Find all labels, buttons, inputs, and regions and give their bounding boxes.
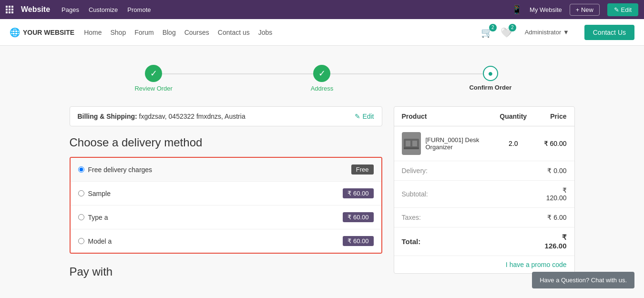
product-name: [FURN_0001] Desk Organizer <box>426 136 485 151</box>
delivery-label-0[interactable]: Free delivery charges <box>78 166 153 174</box>
delivery-heading: Choose a delivery method <box>70 136 382 149</box>
delivery-price-3: ₹ 60.00 <box>343 236 373 246</box>
admin-bar: Website Pages Customize Promote 📱 My Web… <box>0 0 644 19</box>
delivery-row-label: Delivery: <box>394 161 535 181</box>
svg-rect-2 <box>412 141 417 146</box>
step-address-label: Address <box>311 85 334 92</box>
admin-dropdown[interactable]: Administrator ▼ <box>525 29 569 36</box>
step-review: ✓ Review Order <box>70 65 238 92</box>
billing-edit-link[interactable]: ✎ Edit <box>355 113 374 120</box>
product-price: ₹ 60.00 <box>534 126 574 161</box>
step-address-circle: ✓ <box>313 65 330 82</box>
step-confirm-circle: ● <box>483 66 498 81</box>
delivery-price-2: ₹ 60.00 <box>343 212 373 222</box>
taxes-label: Taxes: <box>394 208 535 227</box>
my-website-dropdown[interactable]: My Website <box>530 6 562 13</box>
total-row: Total: ₹ 126.00 <box>394 227 574 256</box>
contact-us-button[interactable]: Contact Us <box>584 25 634 40</box>
nav-jobs[interactable]: Jobs <box>258 29 273 36</box>
delivery-row-value: ₹ 0.00 <box>534 161 574 181</box>
delivery-price-1: ₹ 60.00 <box>343 188 373 198</box>
product-quantity: 2.0 <box>492 126 534 161</box>
order-table: Product Quantity Price <box>394 107 574 256</box>
admin-nav-pages[interactable]: Pages <box>61 6 79 13</box>
svg-rect-1 <box>406 141 410 146</box>
total-label: Total: <box>394 227 535 256</box>
delivery-row: Delivery: ₹ 0.00 <box>394 161 574 181</box>
delivery-name-3: Model a <box>88 237 112 245</box>
order-summary: Product Quantity Price <box>394 106 575 274</box>
step-review-circle: ✓ <box>145 65 162 82</box>
checkout-layout: Billing & Shipping: fxgdzsav, 0452322 fm… <box>70 106 575 278</box>
delivery-radio-2[interactable] <box>78 214 84 220</box>
taxes-row: Taxes: ₹ 6.00 <box>394 208 574 227</box>
admin-nav: Pages Customize Promote <box>61 6 151 13</box>
taxes-value: ₹ 6.00 <box>534 208 574 227</box>
delivery-label-2[interactable]: Type a <box>78 214 108 221</box>
step-confirm-label: Confirm Order <box>469 84 511 91</box>
delivery-name-0: Free delivery charges <box>88 166 153 174</box>
billing-text: Billing & Shipping: fxgdzsav, 0452322 fm… <box>78 113 245 120</box>
step-review-label: Review Order <box>134 85 172 92</box>
subtotal-value: ₹ 120.00 <box>534 181 574 208</box>
product-image <box>402 132 421 155</box>
col-price: Price <box>534 107 574 126</box>
delivery-option-3[interactable]: Model a ₹ 60.00 <box>71 229 381 253</box>
delivery-option-1[interactable]: Sample ₹ 60.00 <box>71 182 381 206</box>
site-nav-links: Home Shop Forum Blog Courses Contact us … <box>84 29 481 36</box>
delivery-radio-0[interactable] <box>78 166 84 173</box>
delivery-option-0[interactable]: Free delivery charges Free <box>71 158 381 182</box>
logo-text: YOUR WEBSITE <box>23 29 74 36</box>
new-button[interactable]: + New <box>570 4 600 16</box>
heart-badge: 2 <box>509 24 516 31</box>
main-content: ✓ Review Order ✓ Address ● Confirm Order… <box>60 46 584 288</box>
delivery-name-1: Sample <box>88 190 111 197</box>
col-product: Product <box>394 107 492 126</box>
billing-address: fxgdzsav, 0452322 fmxdnzs, Austria <box>139 113 245 120</box>
admin-nav-promote[interactable]: Promote <box>127 6 151 13</box>
grid-icon[interactable] <box>6 6 13 13</box>
nav-forum[interactable]: Forum <box>134 29 153 36</box>
site-logo: 🌐 YOUR WEBSITE <box>10 27 74 38</box>
delivery-option-2[interactable]: Type a ₹ 60.00 <box>71 206 381 229</box>
nav-contact[interactable]: Contact us <box>218 29 250 36</box>
delivery-label-1[interactable]: Sample <box>78 190 111 197</box>
col-quantity: Quantity <box>492 107 534 126</box>
delivery-name-2: Type a <box>88 214 108 221</box>
subtotal-row: Subtotal: ₹ 120.00 <box>394 181 574 208</box>
product-cell: [FURN_0001] Desk Organizer <box>394 126 492 161</box>
nav-icons: 🛒 2 🤍 2 Administrator ▼ Contact Us <box>481 25 634 40</box>
step-confirm: ● Confirm Order <box>406 66 574 91</box>
billing-bar: Billing & Shipping: fxgdzsav, 0452322 fm… <box>70 106 382 126</box>
product-row: [FURN_0001] Desk Organizer 2.0 ₹ 60.00 <box>394 126 574 161</box>
globe-icon: 🌐 <box>10 27 20 38</box>
nav-home[interactable]: Home <box>84 29 102 36</box>
site-nav: 🌐 YOUR WEBSITE Home Shop Forum Blog Cour… <box>0 19 644 46</box>
heart-icon-wrapper[interactable]: 🤍 2 <box>501 27 512 38</box>
delivery-label-3[interactable]: Model a <box>78 237 112 245</box>
nav-blog[interactable]: Blog <box>163 29 176 36</box>
admin-site-name: Website <box>21 5 50 14</box>
checkout-steps: ✓ Review Order ✓ Address ● Confirm Order <box>70 65 575 92</box>
nav-shop[interactable]: Shop <box>110 29 126 36</box>
cart-badge: 2 <box>489 24 497 31</box>
pay-heading: Pay with <box>70 265 382 278</box>
admin-nav-customize[interactable]: Customize <box>89 6 118 13</box>
total-value: ₹ 126.00 <box>534 227 574 256</box>
delivery-radio-1[interactable] <box>78 190 84 196</box>
step-address: ✓ Address <box>238 65 406 92</box>
billing-label: Billing & Shipping: <box>78 113 137 120</box>
phone-icon: 📱 <box>511 4 522 15</box>
checkout-left: Billing & Shipping: fxgdzsav, 0452322 fm… <box>70 106 382 278</box>
product-info: [FURN_0001] Desk Organizer <box>402 132 485 155</box>
edit-button[interactable]: ✎ Edit <box>607 3 638 16</box>
svg-rect-3 <box>404 147 419 149</box>
delivery-options: Free delivery charges Free Sample ₹ 60.0… <box>70 157 382 254</box>
nav-courses[interactable]: Courses <box>184 29 209 36</box>
chat-button[interactable]: Have a Question? Chat with us. <box>532 272 634 288</box>
delivery-radio-3[interactable] <box>78 238 84 244</box>
subtotal-label: Subtotal: <box>394 181 535 208</box>
cart-icon-wrapper[interactable]: 🛒 2 <box>481 27 493 38</box>
delivery-price-0: Free <box>351 164 374 175</box>
promo-link[interactable]: I have a promo code <box>394 256 574 273</box>
